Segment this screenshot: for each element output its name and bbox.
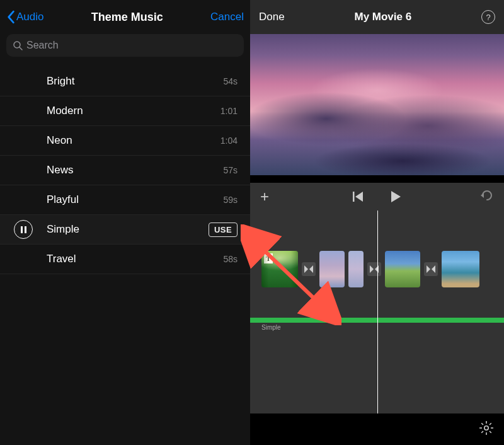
page-title: Theme Music — [91, 11, 163, 24]
track-row-simple[interactable]: Simple USE — [0, 215, 250, 245]
transition-1[interactable] — [302, 262, 316, 276]
back-label: Audio — [16, 11, 43, 23]
title-badge-icon: T — [264, 253, 273, 263]
search-icon — [13, 40, 23, 50]
right-header: Done My Movie 6 ? — [250, 0, 504, 34]
play-button[interactable] — [389, 190, 402, 203]
track-name: Simple — [47, 223, 209, 236]
preview-image — [250, 34, 504, 175]
transport-bar: + — [250, 183, 504, 211]
track-list: Bright 54s Modern 1:01 Neon 1:04 News 57… — [0, 63, 250, 445]
svg-marker-7 — [309, 265, 313, 273]
gear-icon — [479, 420, 494, 436]
svg-marker-10 — [427, 265, 430, 273]
use-button[interactable]: USE — [209, 222, 238, 237]
track-row-playful[interactable]: Playful 59s — [0, 185, 250, 215]
settings-button[interactable] — [479, 420, 494, 438]
undo-icon — [480, 190, 494, 201]
back-button[interactable]: Audio — [6, 10, 43, 24]
track-row-travel[interactable]: Travel 58s — [0, 245, 250, 274]
clip-2b[interactable] — [348, 251, 364, 287]
svg-line-20 — [490, 423, 491, 425]
clip-3[interactable] — [385, 251, 420, 287]
svg-marker-6 — [304, 265, 308, 273]
undo-button[interactable] — [480, 190, 494, 204]
svg-line-18 — [490, 431, 491, 433]
track-name: Neon — [47, 134, 220, 147]
playhead-line[interactable] — [377, 211, 379, 413]
video-preview[interactable] — [250, 34, 504, 175]
left-header: Audio Theme Music Cancel — [0, 0, 250, 34]
chevron-left-icon — [6, 10, 15, 24]
help-button[interactable]: ? — [481, 10, 495, 24]
svg-marker-11 — [432, 265, 435, 273]
svg-marker-3 — [355, 192, 363, 202]
transition-3[interactable] — [424, 262, 438, 276]
track-duration: 58s — [223, 254, 238, 264]
done-button[interactable]: Done — [259, 11, 285, 23]
search-container: Search — [0, 34, 250, 63]
search-placeholder: Search — [26, 40, 59, 51]
track-name: Modern — [47, 105, 220, 117]
track-duration: 1:01 — [220, 106, 238, 116]
svg-line-17 — [481, 423, 483, 425]
track-row-neon[interactable]: Neon 1:04 — [0, 126, 250, 156]
track-duration: 54s — [223, 76, 238, 86]
svg-line-19 — [481, 431, 483, 433]
track-name: News — [47, 164, 223, 176]
search-input[interactable]: Search — [6, 34, 244, 57]
bottom-bar — [250, 413, 504, 445]
svg-point-12 — [484, 426, 488, 430]
track-duration: 1:04 — [220, 136, 238, 146]
clip-4[interactable] — [442, 251, 479, 287]
track-row-bright[interactable]: Bright 54s — [0, 67, 250, 96]
clips-row: T — [261, 251, 479, 287]
svg-rect-2 — [353, 192, 355, 202]
svg-marker-4 — [391, 191, 401, 202]
clip-1[interactable]: T — [261, 251, 298, 287]
track-row-news[interactable]: News 57s — [0, 156, 250, 185]
track-name: Travel — [47, 253, 223, 265]
svg-line-1 — [20, 47, 22, 50]
project-title: My Movie 6 — [354, 11, 411, 23]
skip-back-button[interactable] — [353, 192, 364, 202]
transition-2[interactable] — [367, 262, 381, 276]
timeline[interactable]: T Simple — [250, 211, 504, 413]
track-duration: 57s — [223, 165, 238, 175]
theme-music-panel: Audio Theme Music Cancel Search Bright 5… — [0, 0, 250, 445]
playhead-marker-icon — [372, 176, 382, 183]
cancel-button[interactable]: Cancel — [210, 11, 244, 23]
audio-track-label: Simple — [261, 324, 281, 331]
track-duration: 59s — [223, 195, 238, 205]
track-name: Bright — [47, 75, 223, 88]
svg-marker-8 — [370, 265, 374, 273]
clip-2a[interactable] — [319, 251, 345, 287]
add-media-button[interactable]: + — [260, 188, 269, 205]
editor-panel: Done My Movie 6 ? + T — [250, 0, 504, 445]
track-row-modern[interactable]: Modern 1:01 — [0, 96, 250, 126]
pause-icon[interactable] — [14, 220, 33, 239]
help-icon: ? — [486, 13, 490, 22]
track-name: Playful — [47, 194, 223, 206]
